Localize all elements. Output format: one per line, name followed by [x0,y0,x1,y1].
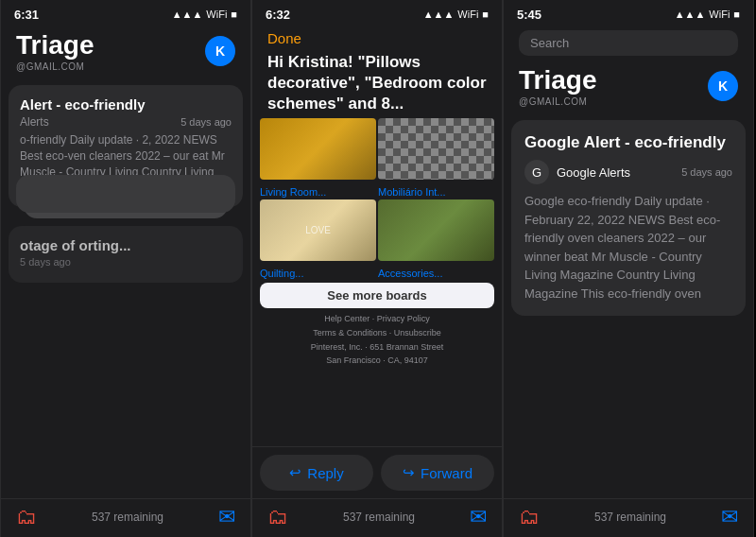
phone-1: 6:31 ▲▲▲ WiFi ■ Triage @GMAIL.COM K Aler… [0,0,251,537]
tab-bar-3: 🗂 537 remaining ✉ [504,498,753,537]
detail-body-3: Google eco-friendly Daily update · Febru… [524,192,732,303]
archive-icon-3[interactable]: 🗂 [519,505,540,529]
app-title-1: Triage [16,30,94,61]
image-gold [260,118,376,180]
remaining-3: 537 remaining [594,511,666,524]
remaining-1: 537 remaining [92,511,163,524]
wifi-icon-2: WiFi [457,9,478,20]
inbox-icon-2[interactable]: ✉ [470,505,487,529]
email-stack-1: Alert - eco-friendly Alerts 5 days ago o… [9,85,243,207]
board-label-2[interactable]: Mobiliário Int... [378,186,494,198]
app-header-1: Triage @GMAIL.COM K [1,26,250,78]
time-1: 6:31 [14,8,39,22]
address-text: Pinterest, Inc. · 651 Brannan Street San… [260,341,494,367]
status-bar-2: 6:32 ▲▲▲ WiFi ■ [252,0,502,26]
detail-content-2: Living Room... Mobiliário Int... LOVE Qu… [252,118,502,446]
board-label-3[interactable]: Quilting... [260,268,376,279]
forward-icon: ↪ [403,464,415,481]
sender-name-3: Google Alerts [557,165,674,180]
status-icons-3: ▲▲▲ WiFi ■ [675,9,740,20]
signal-icon: ▲▲▲ [172,9,203,20]
wifi-icon: WiFi [206,9,227,20]
board-label-1[interactable]: Living Room... [260,186,376,198]
status-icons-1: ▲▲▲ WiFi ■ [172,9,237,20]
battery-icon: ■ [231,9,237,20]
time-2: 6:32 [266,8,290,22]
search-input-3[interactable]: Search [519,30,738,56]
image-grid-bottom: LOVE [260,199,494,261]
remaining-2: 537 remaining [343,511,415,524]
archive-icon-2[interactable]: 🗂 [267,505,288,529]
app-header-3: Triage @GMAIL.COM K [504,61,753,113]
bottom-bar-2: ↩ Reply ↪ Forward [252,446,502,498]
gmail-label-1: @GMAIL.COM [16,61,94,72]
signal-icon-2: ▲▲▲ [423,9,455,20]
image-grid-top [260,118,494,180]
phone-3: 5:45 ▲▲▲ WiFi ■ Search Triage @GMAIL.COM… [503,0,754,537]
board-label-4[interactable]: Accessories... [378,268,494,279]
status-bar-3: 5:45 ▲▲▲ WiFi ■ [504,0,753,26]
reply-icon: ↩ [289,464,301,481]
inbox-icon-1[interactable]: ✉ [218,505,235,529]
sender-date-3: 5 days ago [681,166,732,178]
email-sender-row-2: 5 days ago [20,256,232,268]
email-subject-2: otage of orting... [20,237,232,253]
email-card-2[interactable]: otage of orting... 5 days ago [9,226,243,283]
email-sender-row-1: Alerts 5 days ago [20,115,232,129]
inbox-icon-3[interactable]: ✉ [721,505,738,529]
email-date-1: 5 days ago [180,116,232,128]
email-sender-1: Alerts [20,115,49,129]
sender-avatar-3: G [524,160,549,184]
signal-icon-3: ▲▲▲ [675,9,706,20]
done-button[interactable]: Done [267,26,487,50]
detail-subject-2: Hi Kristina! "Pillows decorative", "Bedr… [267,52,487,114]
footer-links: Help Center · Privacy Policy Terms & Con… [260,312,494,339]
email-subject-1: Alert - eco-friendly [20,96,232,113]
wifi-icon-3: WiFi [709,9,730,20]
gmail-label-3: @GMAIL.COM [519,96,596,107]
sender-row-3: G Google Alerts 5 days ago [524,160,732,184]
phone-2: 6:32 ▲▲▲ WiFi ■ Done Hi Kristina! "Pillo… [251,0,503,537]
card-back-1 [16,175,235,213]
detail-card-3[interactable]: Google Alert - eco-friendly G Google Ale… [511,120,746,316]
email-date-2: 5 days ago [20,256,71,268]
tab-bar-1: 🗂 537 remaining ✉ [1,498,250,537]
tab-bar-2: 🗂 537 remaining ✉ [252,498,502,537]
image-basket [378,199,494,261]
battery-icon-3: ■ [733,9,740,20]
status-bar-1: 6:31 ▲▲▲ WiFi ■ [1,0,250,26]
status-icons-2: ▲▲▲ WiFi ■ [423,9,489,20]
archive-icon-1[interactable]: 🗂 [16,505,37,529]
avatar-3[interactable]: K [708,71,738,101]
reply-button[interactable]: ↩ Reply [260,455,373,491]
detail-header-2: Done Hi Kristina! "Pillows decorative", … [252,26,502,118]
image-pillows: LOVE [260,199,376,261]
reply-label: Reply [307,465,343,481]
avatar-1[interactable]: K [205,36,235,66]
forward-label: Forward [421,465,472,481]
search-bar-3: Search [504,26,753,61]
time-3: 5:45 [517,8,541,22]
image-checkered [378,118,494,180]
detail-card-subject-3: Google Alert - eco-friendly [524,133,732,152]
battery-icon-2: ■ [482,9,489,20]
app-title-3: Triage [519,65,596,95]
forward-button[interactable]: ↪ Forward [381,455,494,491]
see-more-boards[interactable]: See more boards [260,283,494,308]
email-list-1: Alert - eco-friendly Alerts 5 days ago o… [1,78,250,498]
